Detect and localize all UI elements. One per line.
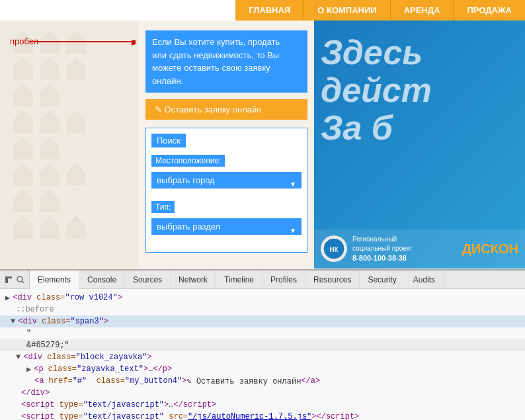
svg-rect-22 xyxy=(13,146,33,159)
expand-icon-1[interactable]: ▶ xyxy=(5,293,10,303)
type-select[interactable]: выбрать раздел xyxy=(151,218,302,235)
svg-rect-40 xyxy=(66,226,86,239)
devtools-panel: Elements Console Sources Network Timelin… xyxy=(0,269,525,420)
svg-marker-33 xyxy=(13,189,33,199)
svg-point-49 xyxy=(17,276,22,282)
tab-timeline[interactable]: Timeline xyxy=(216,271,262,288)
expand-icon-6[interactable]: ▼ xyxy=(16,353,20,362)
svg-rect-28 xyxy=(40,173,60,186)
leave-request-button[interactable]: ✎ Оставить заявку онлайн xyxy=(145,99,307,120)
location-select-wrapper: выбрать город xyxy=(151,172,302,195)
annotation-arrow xyxy=(30,40,136,140)
website-preview: ГЛАВНАЯ О КОМПАНИИ АРЕНДА ПРОДАЖА xyxy=(0,0,525,269)
expand-icon-7[interactable]: ▶ xyxy=(26,364,31,374)
svg-marker-35 xyxy=(40,189,60,199)
code-line-6: ▼ <div class="block_zayavka"> xyxy=(0,351,525,363)
code-line-2: ::before xyxy=(0,304,525,315)
tab-sources[interactable]: Sources xyxy=(125,271,171,288)
right-large-text: Здесь дейст За б xyxy=(321,34,525,147)
nav-bar: ГЛАВНАЯ О КОМПАНИИ АРЕНДА ПРОДАЖА xyxy=(0,0,525,21)
devtools-tab-icons xyxy=(0,271,30,288)
tab-console[interactable]: Console xyxy=(79,271,125,288)
tab-resources[interactable]: Resources xyxy=(305,271,360,288)
nav-item-ocompanii[interactable]: О КОМПАНИИ xyxy=(304,0,390,21)
discount-label: ДИСКОН xyxy=(462,241,518,257)
svg-text:НК: НК xyxy=(329,246,339,253)
tab-profiles[interactable]: Profiles xyxy=(262,271,305,288)
svg-marker-27 xyxy=(13,163,33,173)
svg-line-50 xyxy=(22,281,24,283)
svg-rect-30 xyxy=(66,173,86,186)
annotation-label: пробел xyxy=(10,35,38,47)
tab-network[interactable]: Network xyxy=(171,271,216,288)
code-line-7: ▶ <p class="zayavka_text">…</p> xyxy=(0,363,525,375)
svg-rect-36 xyxy=(13,226,33,239)
code-line-11: <script type="text/javascript" src="/js/… xyxy=(0,411,525,420)
location-select[interactable]: выбрать город xyxy=(151,172,302,189)
tab-security[interactable]: Security xyxy=(360,271,405,288)
right-panel: Здесь дейст За б НК Региональный социаль… xyxy=(314,21,525,269)
type-label: Тип: xyxy=(151,201,175,213)
tab-elements[interactable]: Elements xyxy=(30,271,79,289)
right-bottom-text: Региональный социальный проект 8-800-100… xyxy=(352,235,413,263)
svg-marker-41 xyxy=(66,216,86,226)
svg-marker-5 xyxy=(66,30,86,40)
svg-rect-34 xyxy=(40,199,60,212)
svg-rect-48 xyxy=(5,276,12,278)
svg-rect-38 xyxy=(40,226,60,239)
svg-marker-31 xyxy=(66,163,86,173)
svg-marker-29 xyxy=(40,163,60,173)
right-bottom-info: НК Региональный социальный проект 8-800-… xyxy=(314,230,525,269)
code-line-9: </div> xyxy=(0,387,525,399)
svg-rect-26 xyxy=(13,173,33,186)
code-line-4: " xyxy=(0,327,525,339)
nav-items: ГЛАВНАЯ О КОМПАНИИ АРЕНДА ПРОДАЖА xyxy=(235,0,525,21)
devtools-inspect-icon[interactable] xyxy=(16,275,25,284)
location-label: Местоположение: xyxy=(151,155,225,167)
content-area: пробел Если Вы хотите купить, продать ил… xyxy=(0,21,525,269)
svg-marker-39 xyxy=(40,216,60,226)
code-line-3: ▼ <div class="span3"> xyxy=(0,315,525,327)
devtools-cursor-icon[interactable] xyxy=(4,275,13,284)
promo-text: Если Вы хотите купить, продать или сдать… xyxy=(145,30,307,93)
devtools-tabs: Elements Console Sources Network Timelin… xyxy=(0,271,525,289)
nav-item-prodazha[interactable]: ПРОДАЖА xyxy=(454,0,525,21)
code-line-10: <script type="text/javascript">…</script… xyxy=(0,399,525,411)
type-select-wrapper: выбрать раздел xyxy=(151,218,302,241)
svg-rect-24 xyxy=(40,146,60,159)
devtools-code-area: ▶ <div class="row v1024"> ::before ▼ <di… xyxy=(0,289,525,420)
search-box: Поиск Местоположение: выбрать город Тип:… xyxy=(145,128,307,253)
svg-rect-32 xyxy=(13,199,33,212)
expand-icon-3[interactable]: ▼ xyxy=(11,317,15,326)
nav-item-glavnaya[interactable]: ГЛАВНАЯ xyxy=(235,0,304,21)
svg-marker-3 xyxy=(40,30,60,40)
nav-item-arenda[interactable]: АРЕНДА xyxy=(391,0,454,21)
center-panel: Если Вы хотите купить, продать или сдать… xyxy=(139,21,314,269)
right-logo: НК xyxy=(321,235,347,262)
code-lines: ▶ <div class="row v1024"> ::before ▼ <di… xyxy=(0,289,525,420)
tab-audits[interactable]: Audits xyxy=(405,271,444,288)
code-line-8: <a href="#" class="my_button4">✎ Оставит… xyxy=(0,375,525,387)
search-title: Поиск xyxy=(151,134,186,147)
code-line-1: ▶ <div class="row v1024"> xyxy=(0,292,525,304)
left-panel: пробел xyxy=(0,21,139,269)
code-line-5: &#65279;" xyxy=(0,339,525,351)
svg-marker-37 xyxy=(13,216,33,226)
